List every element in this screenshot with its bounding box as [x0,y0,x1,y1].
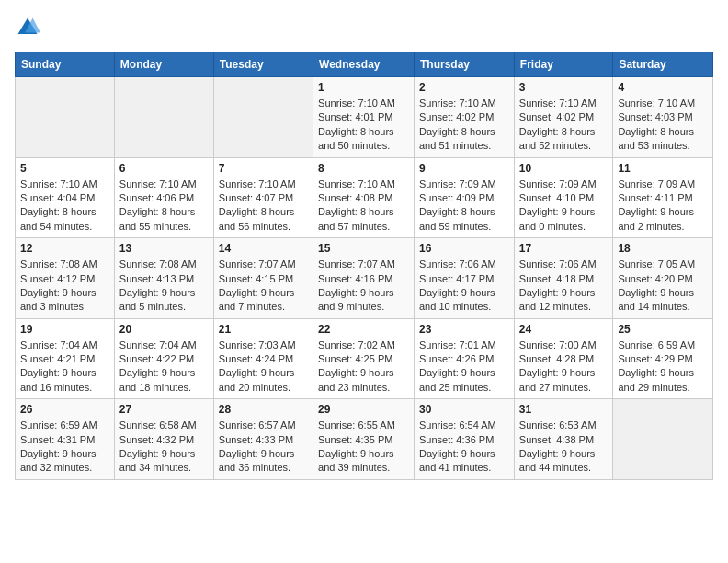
day-number: 5 [20,162,109,175]
day-number: 25 [618,323,708,336]
day-number: 8 [318,162,409,175]
day-number: 16 [419,242,509,255]
calendar-day-cell: 17Sunrise: 7:06 AM Sunset: 4:18 PM Dayli… [514,238,613,319]
calendar-day-cell: 5Sunrise: 7:10 AM Sunset: 4:04 PM Daylig… [16,157,115,238]
day-of-week-header: Sunday [16,52,115,77]
calendar-day-cell: 11Sunrise: 7:09 AM Sunset: 4:11 PM Dayli… [613,157,713,238]
day-of-week-header: Saturday [613,52,713,77]
day-info: Sunrise: 6:54 AM Sunset: 4:36 PM Dayligh… [419,419,509,476]
day-info: Sunrise: 7:09 AM Sunset: 4:11 PM Dayligh… [618,178,708,235]
calendar-day-cell: 9Sunrise: 7:09 AM Sunset: 4:09 PM Daylig… [415,157,515,238]
day-number: 6 [119,162,209,175]
day-info: Sunrise: 7:07 AM Sunset: 4:16 PM Dayligh… [318,258,409,315]
day-number: 19 [20,323,109,336]
day-info: Sunrise: 7:10 AM Sunset: 4:01 PM Dayligh… [318,97,409,154]
calendar-day-cell: 3Sunrise: 7:10 AM Sunset: 4:02 PM Daylig… [514,77,613,158]
calendar-week-row: 19Sunrise: 7:04 AM Sunset: 4:21 PM Dayli… [16,318,713,399]
day-info: Sunrise: 6:55 AM Sunset: 4:35 PM Dayligh… [318,419,409,476]
day-info: Sunrise: 7:05 AM Sunset: 4:20 PM Dayligh… [618,258,708,315]
calendar-day-cell: 2Sunrise: 7:10 AM Sunset: 4:02 PM Daylig… [415,77,515,158]
day-number: 4 [618,81,708,94]
day-number: 18 [618,242,708,255]
day-info: Sunrise: 7:01 AM Sunset: 4:26 PM Dayligh… [419,339,509,396]
day-info: Sunrise: 7:09 AM Sunset: 4:10 PM Dayligh… [519,178,609,235]
calendar-day-cell: 15Sunrise: 7:07 AM Sunset: 4:16 PM Dayli… [313,238,415,319]
day-info: Sunrise: 7:06 AM Sunset: 4:17 PM Dayligh… [419,258,509,315]
day-of-week-header: Wednesday [313,52,415,77]
day-number: 1 [318,81,409,94]
day-of-week-header: Tuesday [213,52,313,77]
calendar-day-cell: 28Sunrise: 6:57 AM Sunset: 4:33 PM Dayli… [213,399,313,480]
day-number: 17 [519,242,609,255]
day-number: 2 [419,81,509,94]
day-info: Sunrise: 7:09 AM Sunset: 4:09 PM Dayligh… [419,178,509,235]
day-number: 9 [419,162,509,175]
day-info: Sunrise: 7:10 AM Sunset: 4:02 PM Dayligh… [519,97,609,154]
calendar-day-cell: 1Sunrise: 7:10 AM Sunset: 4:01 PM Daylig… [313,77,415,158]
day-number: 15 [318,242,409,255]
calendar-day-cell: 20Sunrise: 7:04 AM Sunset: 4:22 PM Dayli… [114,318,213,399]
calendar-day-cell: 26Sunrise: 6:59 AM Sunset: 4:31 PM Dayli… [16,399,115,480]
day-info: Sunrise: 7:02 AM Sunset: 4:25 PM Dayligh… [318,339,409,396]
calendar-week-row: 1Sunrise: 7:10 AM Sunset: 4:01 PM Daylig… [16,77,713,158]
day-info: Sunrise: 7:04 AM Sunset: 4:22 PM Dayligh… [119,339,209,396]
calendar-day-cell: 18Sunrise: 7:05 AM Sunset: 4:20 PM Dayli… [613,238,713,319]
day-number: 27 [119,403,209,416]
day-number: 7 [219,162,308,175]
calendar-day-cell: 30Sunrise: 6:54 AM Sunset: 4:36 PM Dayli… [415,399,515,480]
calendar-day-cell: 6Sunrise: 7:10 AM Sunset: 4:06 PM Daylig… [114,157,213,238]
day-number: 30 [419,403,509,416]
day-number: 22 [318,323,409,336]
calendar-day-cell: 13Sunrise: 7:08 AM Sunset: 4:13 PM Dayli… [114,238,213,319]
day-of-week-header: Monday [114,52,213,77]
calendar-day-cell: 7Sunrise: 7:10 AM Sunset: 4:07 PM Daylig… [213,157,313,238]
day-info: Sunrise: 7:00 AM Sunset: 4:28 PM Dayligh… [519,339,609,396]
calendar-day-cell [16,77,115,158]
calendar-day-cell: 22Sunrise: 7:02 AM Sunset: 4:25 PM Dayli… [313,318,415,399]
day-of-week-header: Friday [514,52,613,77]
day-number: 28 [219,403,308,416]
day-info: Sunrise: 7:10 AM Sunset: 4:08 PM Dayligh… [318,178,409,235]
day-number: 31 [519,403,609,416]
day-info: Sunrise: 7:08 AM Sunset: 4:13 PM Dayligh… [119,258,209,315]
day-number: 26 [20,403,109,416]
calendar-day-cell [213,77,313,158]
calendar-day-cell: 14Sunrise: 7:07 AM Sunset: 4:15 PM Dayli… [213,238,313,319]
calendar-day-cell: 27Sunrise: 6:58 AM Sunset: 4:32 PM Dayli… [114,399,213,480]
calendar-header-row: SundayMondayTuesdayWednesdayThursdayFrid… [16,52,713,77]
day-of-week-header: Thursday [415,52,515,77]
day-number: 10 [519,162,609,175]
day-number: 24 [519,323,609,336]
calendar-day-cell: 21Sunrise: 7:03 AM Sunset: 4:24 PM Dayli… [213,318,313,399]
day-info: Sunrise: 6:57 AM Sunset: 4:33 PM Dayligh… [219,419,308,476]
day-number: 21 [219,323,308,336]
day-info: Sunrise: 7:10 AM Sunset: 4:03 PM Dayligh… [618,97,708,154]
day-number: 13 [119,242,209,255]
day-number: 12 [20,242,109,255]
calendar-day-cell: 29Sunrise: 6:55 AM Sunset: 4:35 PM Dayli… [313,399,415,480]
calendar-week-row: 5Sunrise: 7:10 AM Sunset: 4:04 PM Daylig… [16,157,713,238]
day-info: Sunrise: 7:06 AM Sunset: 4:18 PM Dayligh… [519,258,609,315]
day-info: Sunrise: 7:10 AM Sunset: 4:02 PM Dayligh… [419,97,509,154]
calendar-day-cell: 23Sunrise: 7:01 AM Sunset: 4:26 PM Dayli… [415,318,515,399]
day-info: Sunrise: 7:10 AM Sunset: 4:07 PM Dayligh… [219,178,308,235]
calendar-day-cell: 16Sunrise: 7:06 AM Sunset: 4:17 PM Dayli… [415,238,515,319]
day-info: Sunrise: 6:58 AM Sunset: 4:32 PM Dayligh… [119,419,209,476]
day-info: Sunrise: 7:10 AM Sunset: 4:04 PM Dayligh… [20,178,109,235]
calendar-week-row: 12Sunrise: 7:08 AM Sunset: 4:12 PM Dayli… [16,238,713,319]
day-info: Sunrise: 7:03 AM Sunset: 4:24 PM Dayligh… [219,339,308,396]
day-number: 14 [219,242,308,255]
page-header [15,15,713,40]
calendar-day-cell: 24Sunrise: 7:00 AM Sunset: 4:28 PM Dayli… [514,318,613,399]
day-info: Sunrise: 7:04 AM Sunset: 4:21 PM Dayligh… [20,339,109,396]
calendar-day-cell: 12Sunrise: 7:08 AM Sunset: 4:12 PM Dayli… [16,238,115,319]
day-info: Sunrise: 6:59 AM Sunset: 4:31 PM Dayligh… [20,419,109,476]
day-info: Sunrise: 7:07 AM Sunset: 4:15 PM Dayligh… [219,258,308,315]
day-number: 20 [119,323,209,336]
day-info: Sunrise: 6:59 AM Sunset: 4:29 PM Dayligh… [618,339,708,396]
calendar-day-cell [114,77,213,158]
logo-icon [15,15,40,40]
day-number: 29 [318,403,409,416]
day-number: 3 [519,81,609,94]
day-info: Sunrise: 7:08 AM Sunset: 4:12 PM Dayligh… [20,258,109,315]
